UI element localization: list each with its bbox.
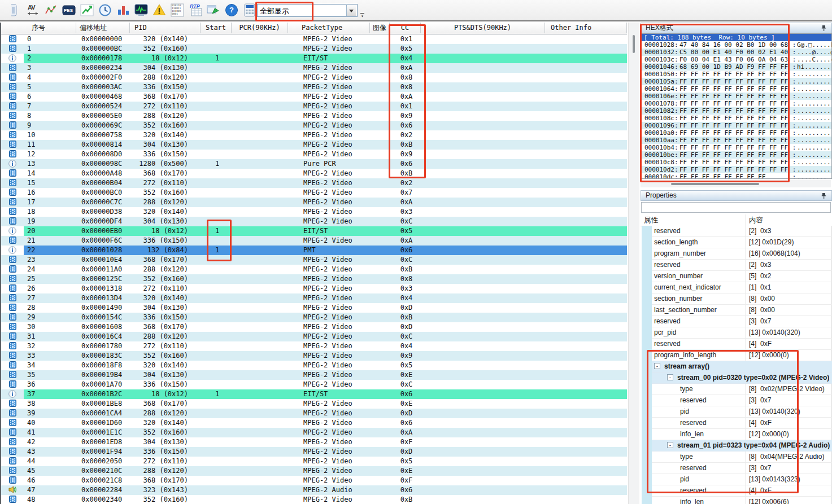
property-row[interactable]: version_number[5] 0x2 (652, 271, 832, 282)
table-row-12[interactable]: 120x000008D0336 (0x150)MPEG-2 Video0x9 (1, 150, 627, 159)
table-row-40[interactable]: 400x00001D60320 (0x140)MPEG-2 Video0x6 (1, 418, 627, 428)
pes-icon[interactable]: PES (62, 3, 76, 17)
table-row-46[interactable]: 460x000021C8368 (0x170)MPEG-2 Video0xF (1, 476, 627, 485)
property-row[interactable]: reserved[2] 0x3 (652, 226, 832, 237)
column-header-8[interactable]: PTS&DTS(90KHz) (421, 23, 545, 33)
export-icon[interactable] (207, 3, 220, 17)
calculator-icon[interactable] (243, 3, 256, 17)
table-row-13[interactable]: 130x0000098C1280 (0x500)1Pure PCR0x6 (1, 159, 627, 169)
table-row-30[interactable]: 300x00001608368 (0x170)MPEG-2 Video0xD (1, 322, 627, 332)
table-row-24[interactable]: 240x000011A0288 (0x120)MPEG-2 Video0xB (1, 265, 627, 274)
column-header-6[interactable]: 图像 (370, 23, 390, 33)
hex-row[interactable]: 00001046:68 69 00 1D B9 AD F9 FF FF FF:h… (641, 63, 831, 71)
table-row-23[interactable]: 230x000010E4368 (0x170)MPEG-2 Video0xC (1, 255, 627, 265)
hex-row[interactable]: 00001078:FF FF FF FF FF FF FF FF FF FF:.… (641, 100, 831, 107)
property-row[interactable]: pid[13] 0x0140(320) (652, 406, 832, 418)
collapse-icon[interactable]: - (667, 442, 673, 448)
waveform-monitor-icon[interactable] (134, 3, 148, 17)
properties-filter-box[interactable] (641, 202, 831, 213)
property-row[interactable]: section_number[8] 0x00 (652, 293, 832, 305)
av-sync-icon[interactable]: AV (26, 3, 40, 17)
table-row-6[interactable]: 60x00000468368 (0x170)MPEG-2 Video0xA (1, 92, 627, 102)
column-header-3[interactable]: Start (201, 23, 232, 33)
table-row-45[interactable]: 450x0000210C288 (0x120)MPEG-2 Video0xE (1, 466, 627, 476)
table-row-1[interactable]: 10x000000BC352 (0x160)MPEG-2 Video0x5 (1, 44, 627, 54)
property-row[interactable]: reserved[3] 0x7 (652, 463, 832, 474)
hex-row[interactable]: 000010dc:FF FF FF FF FF FF FF FF:.......… (641, 173, 831, 179)
table-row-34[interactable]: 340x000018F8320 (0x140)MPEG-2 Video0x5 (1, 361, 627, 370)
table-row-26[interactable]: 260x00001318272 (0x110)MPEG-2 Video0x3 (1, 284, 627, 293)
property-row[interactable]: reserved[2] 0x3 (652, 260, 832, 271)
table-row-16[interactable]: 160x00000BC0352 (0x160)MPEG-2 Video0x7 (1, 188, 627, 198)
hex-row[interactable]: 0000103c:F0 00 04 E1 43 F0 06 0A 04 63:.… (641, 56, 831, 63)
hex-row[interactable]: 0000106e:FF FF FF FF FF FF FF FF FF FF:.… (641, 93, 831, 100)
hex-row[interactable]: 00001064:FF FF FF FF FF FF FF FF FF FF:.… (641, 85, 831, 93)
table-row-38[interactable]: 380x00001BE8368 (0x170)MPEG-2 Video0xE (1, 399, 627, 409)
column-header-2[interactable]: PID (130, 23, 201, 33)
table-row-22[interactable]: 220x00001028132 (0x84)1PMT0x6 (1, 246, 627, 255)
table-row-4[interactable]: 40x000002F0288 (0x120)MPEG-2 Video0x8 (1, 73, 627, 82)
bar-chart-icon[interactable] (116, 3, 130, 17)
table-row-19[interactable]: 190x00000DF4304 (0x130)MPEG-2 Video0xC (1, 217, 627, 226)
property-row[interactable]: last_section_number[8] 0x00 (652, 305, 832, 316)
hex-row[interactable]: 00001028:47 40 84 16 00 02 B0 1D 00 68:G… (641, 41, 831, 49)
hex-row[interactable]: 000010d2:FF FF FF FF FF FF FF FF FF FF:.… (641, 166, 831, 173)
binary-data-icon[interactable]: 010110 110011 101000 0001 (171, 3, 184, 17)
property-group-row[interactable]: -stream array() (652, 361, 832, 372)
hex-row[interactable]: 000010c8:FF FF FF FF FF FF FF FF FF FF:.… (641, 159, 831, 166)
table-row-21[interactable]: 210x00000F6C336 (0x150)MPEG-2 Video0xA (1, 236, 627, 246)
column-header-0[interactable]: 序号 (1, 23, 76, 33)
table-row-18[interactable]: 180x00000D38320 (0x140)MPEG-2 Video0x3 (1, 207, 627, 217)
table-row-0[interactable]: 00x00000000320 (0x140)MPEG-2 Video0x1 (1, 34, 627, 44)
table-row-5[interactable]: 50x000003AC336 (0x150)MPEG-2 Video0x8 (1, 82, 627, 92)
table-row-36[interactable]: 360x00001A70336 (0x150)MPEG-2 Video0xC (1, 380, 627, 389)
table-row-41[interactable]: 410x00001E1C352 (0x160)MPEG-2 Video0xA (1, 428, 627, 437)
property-row[interactable]: reserved[4] 0xF (652, 339, 832, 350)
table-row-8[interactable]: 80x000005E0288 (0x120)MPEG-2 Video0x9 (1, 111, 627, 121)
rtp-icon[interactable]: RTP (189, 3, 202, 17)
property-row[interactable]: type[8] 0x02(MPEG-2 Video) (652, 384, 832, 395)
property-row[interactable]: program_number[16] 0x0068(104) (652, 248, 832, 260)
property-row[interactable]: current_next_indicator[1] 0x1 (652, 282, 832, 293)
hex-row[interactable]: 00001082:FF FF FF FF FF FF FF FF FF FF:.… (641, 107, 831, 115)
property-row[interactable]: reserved[4] 0xF (652, 485, 832, 497)
table-row-37[interactable]: 370x00001B2C18 (0x12)1EIT/ST0x6 (1, 389, 627, 399)
hex-horizontal-scrollbar-thumb[interactable] (671, 183, 759, 185)
property-group-row[interactable]: -stream_01 pid=0323 type=0x04 (MPEG-2 Au… (652, 440, 832, 452)
table-row-33[interactable]: 330x0000183C352 (0x160)MPEG-2 Video0x9 (1, 351, 627, 361)
pin-icon[interactable] (821, 192, 827, 202)
vertical-scrollbar-thumb[interactable] (633, 35, 635, 53)
filter-dropdown[interactable]: 全部显示 (257, 4, 358, 17)
table-row-10[interactable]: 100x00000758320 (0x140)MPEG-2 Video0x2 (1, 130, 627, 140)
table-row-20[interactable]: 200x00000EB018 (0x12)1EIT/ST0x5 (1, 226, 627, 236)
hex-row[interactable]: 00001050:FF FF FF FF FF FF FF FF FF FF:.… (641, 71, 831, 78)
column-header-5[interactable]: PacketType (288, 23, 370, 33)
table-row-11[interactable]: 110x00000814304 (0x130)MPEG-2 Video0xB (1, 140, 627, 150)
table-row-29[interactable]: 290x0000154C336 (0x150)MPEG-2 Video0xB (1, 313, 627, 322)
table-row-14[interactable]: 140x00000A48368 (0x170)MPEG-2 Video0xB (1, 169, 627, 178)
property-row[interactable]: type[8] 0x04(MPEG-2 Audio) (652, 452, 832, 463)
table-row-3[interactable]: 30x00000234304 (0x130)MPEG-2 Video0xA (1, 63, 627, 73)
table-row-27[interactable]: 270x000013D4320 (0x140)MPEG-2 Video0x4 (1, 293, 627, 303)
table-row-44[interactable]: 440x00002050272 (0x110)MPEG-2 Video0x5 (1, 457, 627, 466)
table-row-7[interactable]: 70x00000524272 (0x110)MPEG-2 Video0x1 (1, 102, 627, 111)
table-row-17[interactable]: 170x00000C7C288 (0x120)MPEG-2 Video0xA (1, 198, 627, 207)
hex-row[interactable]: 0000108c:FF FF FF FF FF FF FF FF FF FF:.… (641, 115, 831, 122)
table-row-31[interactable]: 310x000016C4288 (0x120)MPEG-2 Video0xC (1, 332, 627, 341)
table-row-42[interactable]: 420x00001ED8304 (0x130)MPEG-2 Video0xF (1, 437, 627, 447)
property-row[interactable]: info_len[12] 0x000(0) (652, 429, 832, 440)
hex-row[interactable]: 000010b4:FF FF FF FF FF FF FF FF FF FF:.… (641, 144, 831, 151)
clock-icon[interactable] (98, 3, 112, 17)
scatter-chart-icon[interactable] (44, 3, 58, 17)
help-icon[interactable]: ? (225, 3, 238, 17)
filter-dropdown-button[interactable] (346, 5, 356, 16)
collapse-icon[interactable]: - (654, 363, 660, 369)
partial-toolbar-icon[interactable] (8, 3, 21, 17)
property-row[interactable]: pcr_pid[13] 0x0140(320) (652, 327, 832, 339)
toolbar-overflow-icon[interactable]: ▾ (360, 13, 365, 19)
property-row[interactable]: section_length[12] 0x01D(29) (652, 237, 832, 248)
table-row-28[interactable]: 280x00001490304 (0x130)MPEG-2 Video0xD (1, 303, 627, 313)
table-row-35[interactable]: 350x000019B4304 (0x130)MPEG-2 Video0xE (1, 370, 627, 380)
property-row[interactable]: reserved[3] 0x7 (652, 395, 832, 406)
table-row-47[interactable]: 470x00002284323 (0x143)MPEG-2 Audio0x6 (1, 485, 627, 495)
